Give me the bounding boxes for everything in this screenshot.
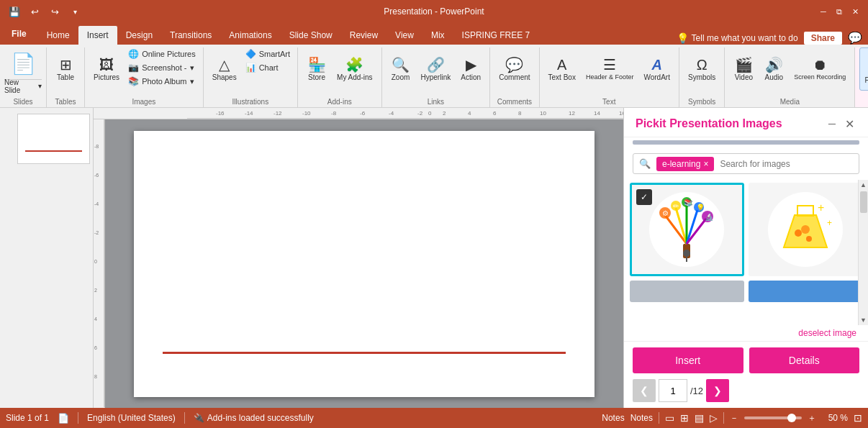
zoom-plus-btn[interactable]: ＋: [808, 412, 816, 424]
image-item-2[interactable]: + +: [749, 183, 863, 276]
svg-text:-2: -2: [417, 110, 423, 117]
photo-album-button[interactable]: 📚 Photo Album ▾: [125, 75, 199, 88]
video-button[interactable]: 🎬 Video: [729, 47, 758, 91]
audio-button[interactable]: 🔊 Audio: [759, 47, 788, 91]
customize-quick-btn[interactable]: ▾: [66, 3, 83, 20]
next-page-btn[interactable]: ❯: [706, 379, 729, 402]
zoom-minus-btn[interactable]: －: [730, 412, 738, 424]
tab-animations[interactable]: Animations: [220, 26, 280, 45]
my-addins-button[interactable]: 🧩 My Add-ins: [333, 47, 376, 91]
horizontal-ruler: -16 -14 -12 -10 -8 -6 -4 -2 0 2 4 6 8 10…: [94, 108, 623, 119]
insert-button[interactable]: Insert: [633, 347, 743, 373]
table-icon: ⊞: [60, 58, 72, 72]
tab-ispring[interactable]: ISPRING FREE 7: [453, 26, 539, 45]
ribbon-group-images: 🖼 Pictures 🌐 Online Pictures 📷 Screensho…: [85, 47, 204, 107]
wordart-button[interactable]: A WordArt: [639, 47, 674, 91]
notes-label[interactable]: Notes: [630, 413, 653, 423]
image-item-1[interactable]: ✓ ⚙: [630, 183, 744, 276]
symbols-button[interactable]: Ω Symbols: [684, 47, 720, 91]
image-partial-4[interactable]: [749, 281, 863, 302]
page-number-input[interactable]: [659, 379, 687, 402]
view-normal-icon[interactable]: ▭: [665, 412, 674, 424]
tab-insert[interactable]: Insert: [78, 26, 117, 45]
details-button[interactable]: Details: [749, 347, 860, 373]
images-grid: ✓ ⚙: [630, 183, 862, 302]
svg-point-54: [806, 236, 812, 242]
ribbon-group-addins: 🏪 Store 🧩 My Add-ins Add-ins: [298, 47, 381, 107]
hyperlink-button[interactable]: 🔗 Hyperlink: [417, 47, 456, 91]
pickit-collapse-button[interactable]: ─: [825, 117, 839, 131]
tab-mix[interactable]: Mix: [422, 26, 453, 45]
deselect-image-btn[interactable]: deselect image: [624, 325, 868, 341]
fit-slide-icon[interactable]: ⊡: [854, 412, 862, 424]
slide-thumbnail[interactable]: [17, 114, 90, 164]
new-slide-label[interactable]: New Slide ▾: [4, 79, 42, 92]
zoom-slider[interactable]: [744, 416, 802, 419]
action-button[interactable]: ▶ Action: [456, 47, 485, 91]
textbox-button[interactable]: A Text Box: [544, 47, 580, 91]
wordart-icon: A: [651, 58, 661, 72]
view-slideshow-icon[interactable]: ▷: [710, 412, 718, 424]
screen-recording-button[interactable]: ⏺ Screen Recording: [790, 47, 850, 91]
smartart-icon: 🔷: [245, 49, 256, 59]
svg-text:4: 4: [94, 317, 97, 322]
minimize-btn[interactable]: ─: [816, 4, 831, 19]
header-footer-button[interactable]: ☰ Header & Footer: [582, 47, 638, 91]
save-quick-btn[interactable]: 💾: [6, 3, 23, 20]
status-icon-notes-view[interactable]: 📄: [58, 413, 69, 424]
remove-tag-btn[interactable]: ×: [703, 159, 708, 169]
svg-text:-16: -16: [216, 110, 225, 117]
svg-text:-2: -2: [94, 230, 99, 235]
svg-text:6: 6: [493, 110, 497, 117]
ribbon-group-comments: 💬 Comment Comments: [490, 47, 539, 107]
redo-quick-btn[interactable]: ↪: [46, 3, 63, 20]
screenshot-button[interactable]: 📷 Screenshot - ▾: [125, 61, 199, 74]
undo-quick-btn[interactable]: ↩: [26, 3, 43, 20]
shapes-button[interactable]: △ Shapes: [208, 47, 241, 91]
new-slide-button[interactable]: 📄 New Slide ▾: [4, 47, 42, 92]
tab-home[interactable]: Home: [38, 26, 78, 45]
notes-btn[interactable]: Notes: [602, 413, 624, 423]
tab-view[interactable]: View: [386, 26, 422, 45]
comment-icon: 💬: [505, 58, 523, 72]
share-button[interactable]: Share: [804, 32, 842, 45]
screenshot-icon: 📷: [128, 63, 139, 73]
tab-design[interactable]: Design: [117, 26, 161, 45]
zoom-button[interactable]: 🔍 Zoom: [386, 47, 415, 91]
search-tag-elearning[interactable]: e-learning ×: [656, 157, 714, 171]
tab-review[interactable]: Review: [341, 26, 386, 45]
find-images-button[interactable]: ✦ Find Images: [859, 47, 868, 91]
top-content-bar: [633, 140, 859, 145]
smartart-button[interactable]: 🔷 SmartArt: [243, 47, 293, 60]
search-images-input[interactable]: [714, 156, 859, 172]
canvas-wrapper: -16 -14 -12 -10 -8 -6 -4 -2 0 2 4 6 8 10…: [94, 108, 623, 408]
image-partial-3[interactable]: [630, 281, 744, 302]
online-pictures-button[interactable]: 🌐 Online Pictures: [125, 47, 199, 60]
pickit-search-bar[interactable]: 🔍 e-learning ×: [633, 153, 859, 174]
new-slide-icon-area[interactable]: 📄: [4, 47, 42, 79]
close-btn[interactable]: ✕: [848, 4, 862, 19]
chart-button[interactable]: 📊 Chart: [243, 61, 293, 74]
tab-transitions[interactable]: Transitions: [161, 26, 220, 45]
pictures-button[interactable]: 🖼 Pictures: [89, 47, 124, 91]
comments-btn[interactable]: 💬: [848, 31, 862, 45]
ribbon-group-illustrations: △ Shapes 🔷 SmartArt 📊 Chart Illustration…: [204, 47, 298, 107]
comment-button[interactable]: 💬 Comment: [494, 47, 534, 91]
image-art-2: + +: [766, 190, 845, 269]
tab-file[interactable]: File: [0, 23, 38, 45]
prev-page-btn[interactable]: ❮: [633, 379, 656, 402]
zoom-level[interactable]: 50 %: [822, 413, 848, 423]
restore-btn[interactable]: ⧉: [832, 4, 846, 19]
table-button[interactable]: ⊞ Table: [51, 47, 80, 91]
slide-canvas[interactable]: [105, 119, 623, 408]
svg-point-55: [801, 225, 810, 234]
tab-slideshow[interactable]: Slide Show: [281, 26, 341, 45]
view-reader-icon[interactable]: ▤: [695, 412, 704, 424]
pickit-close-button[interactable]: ✕: [842, 117, 856, 131]
pickit-images-area: ✓ ⚙: [624, 180, 868, 325]
view-grid-icon[interactable]: ⊞: [680, 412, 689, 424]
store-button[interactable]: 🏪 Store: [302, 47, 331, 91]
tell-me-input[interactable]: 💡 Tell me what you want to do: [677, 32, 798, 44]
hyperlink-icon: 🔗: [427, 58, 445, 72]
window-title: Presentation - PowerPoint: [384, 6, 484, 17]
